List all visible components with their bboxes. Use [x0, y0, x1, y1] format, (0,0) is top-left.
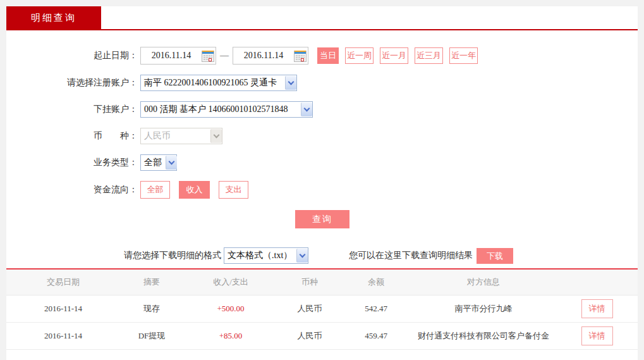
detail-button[interactable]: 详情	[581, 299, 613, 318]
cell-summary: DF提现	[120, 330, 183, 342]
business-type-select[interactable]: 全部	[140, 154, 177, 171]
business-type-label: 业务类型：	[6, 157, 138, 168]
cell-date: 2016-11-14	[6, 331, 120, 341]
start-date-value: 2016.11.14	[141, 51, 202, 61]
range-month-button[interactable]: 近一月	[380, 47, 408, 64]
col-header-balance: 余额	[341, 276, 411, 288]
cell-currency: 人民币	[278, 303, 341, 314]
cell-summary: 现存	[120, 303, 183, 314]
results-table: 交易日期 摘要 收入/支出 币种 余额 对方信息 2016-11-14 现存 +…	[6, 268, 638, 350]
col-header-summary: 摘要	[120, 276, 183, 288]
sub-account-row: 下挂账户： 000 活期 基本户 140660010102571848	[6, 101, 638, 118]
query-button[interactable]: 查询	[295, 210, 349, 228]
register-account-select[interactable]: 南平 6222001406100921065 灵通卡	[140, 75, 297, 91]
fund-flow-all-button[interactable]: 全部	[140, 181, 170, 199]
fund-flow-income-button[interactable]: 收入	[179, 181, 210, 199]
download-row: 请您选择下载明细的格式 文本格式（.txt） 您可以在这里下载查询明细结果 下载	[124, 247, 638, 264]
col-header-amount: 收入/支出	[183, 276, 278, 288]
col-header-date: 交易日期	[6, 276, 120, 288]
cell-balance: 459.47	[341, 331, 411, 341]
chevron-down-icon[interactable]	[285, 76, 296, 90]
range-quarter-button[interactable]: 近三月	[415, 47, 443, 64]
content-panel: 明细查询 起止日期： 2016.11.14	[6, 6, 638, 360]
end-date-input[interactable]: 2016.11.14	[233, 47, 308, 65]
date-range-label: 起止日期：	[6, 50, 138, 61]
sub-account-value: 000 活期 基本户 140660010102571848	[141, 104, 292, 115]
table-row: 2016-11-14 现存 +500.00 人民币 542.47 南平市分行九峰…	[6, 295, 638, 323]
chevron-down-icon[interactable]	[296, 249, 308, 263]
col-header-currency: 币种	[278, 276, 341, 288]
range-today-button[interactable]: 当日	[317, 47, 339, 64]
range-year-button[interactable]: 近一年	[449, 47, 478, 64]
table-row: 2016-11-14 DF提现 +85.00 人民币 459.47 财付通支付科…	[6, 323, 638, 350]
cell-amount: +85.00	[183, 331, 278, 341]
tab-detail-query[interactable]: 明细查询	[6, 6, 101, 29]
calendar-icon[interactable]	[202, 50, 214, 62]
chevron-down-icon	[210, 129, 222, 143]
download-button[interactable]: 下载	[477, 248, 513, 264]
fund-flow-expense-button[interactable]: 支出	[219, 181, 248, 199]
date-separator: —	[220, 51, 229, 61]
start-date-input[interactable]: 2016.11.14	[140, 47, 216, 65]
cell-amount: +500.00	[183, 304, 278, 314]
calendar-icon[interactable]	[294, 50, 307, 62]
fund-flow-row: 资金流向： 全部 收入 支出	[6, 181, 638, 199]
currency-row: 币 种： 人民币	[6, 128, 638, 144]
download-format-select[interactable]: 文本格式（.txt）	[224, 247, 308, 264]
sub-account-label: 下挂账户：	[6, 104, 138, 115]
date-range-row: 起止日期： 2016.11.14 — 2016.11.14	[6, 47, 638, 65]
download-format-label: 请您选择下载明细的格式	[124, 250, 221, 261]
sub-account-select[interactable]: 000 活期 基本户 140660010102571848	[140, 101, 313, 118]
currency-select: 人民币	[140, 128, 222, 144]
register-account-value: 南平 6222001406100921065 灵通卡	[141, 77, 281, 89]
cell-counterparty: 财付通支付科技有限公司客户备付金	[411, 330, 556, 342]
currency-label: 币 种：	[6, 130, 138, 142]
query-form: 起止日期： 2016.11.14 — 2016.11.14	[6, 30, 638, 264]
range-week-button[interactable]: 近一周	[345, 47, 374, 64]
cell-counterparty: 南平市分行九峰	[411, 303, 556, 314]
chevron-down-icon[interactable]	[166, 156, 177, 170]
download-hint: 您可以在这里下载查询明细结果	[349, 250, 473, 261]
col-header-counterparty: 对方信息	[411, 276, 556, 288]
table-header-row: 交易日期 摘要 收入/支出 币种 余额 对方信息	[6, 270, 638, 295]
business-type-value: 全部	[141, 157, 166, 168]
currency-value: 人民币	[141, 130, 174, 142]
detail-button[interactable]: 详情	[581, 326, 613, 345]
fund-flow-label: 资金流向：	[6, 184, 138, 196]
register-account-row: 请选择注册账户： 南平 6222001406100921065 灵通卡	[6, 75, 638, 91]
register-account-label: 请选择注册账户：	[6, 77, 138, 89]
cell-currency: 人民币	[278, 330, 341, 342]
cell-date: 2016-11-14	[6, 304, 120, 314]
business-type-row: 业务类型： 全部	[6, 154, 638, 171]
download-format-value: 文本格式（.txt）	[224, 250, 296, 261]
chevron-down-icon[interactable]	[301, 102, 312, 116]
tab-bar: 明细查询	[6, 6, 638, 30]
cell-balance: 542.47	[341, 304, 411, 314]
end-date-value: 2016.11.14	[233, 51, 294, 61]
